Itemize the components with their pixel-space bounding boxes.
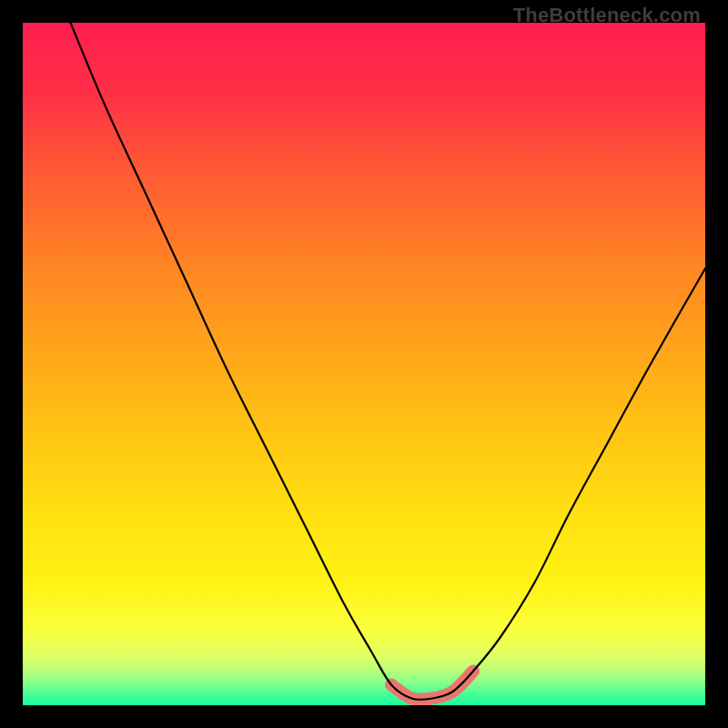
bottleneck-curve xyxy=(71,23,706,700)
curve-layer xyxy=(23,23,705,705)
chart-frame: TheBottleneck.com xyxy=(0,0,728,728)
plot-area xyxy=(23,23,705,705)
